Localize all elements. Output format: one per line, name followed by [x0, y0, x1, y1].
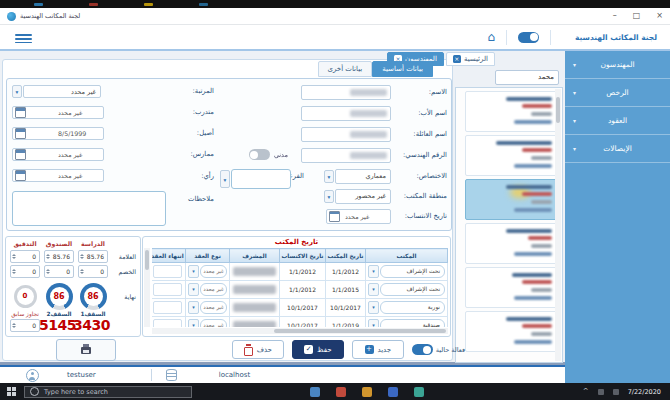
taskbar-app-icon[interactable]	[414, 387, 424, 397]
study-mark-stepper[interactable]: 85.76	[78, 250, 108, 263]
chevron-down-icon[interactable]: ▾	[368, 301, 379, 314]
save-button[interactable]: حفظ ✓	[292, 340, 344, 359]
scrollbar[interactable]	[555, 89, 561, 361]
contract-type-cell[interactable]: غير محدد	[200, 301, 227, 314]
taskbar-date[interactable]: 7/22/2020	[628, 388, 661, 396]
new-button[interactable]: جديد +	[352, 340, 404, 359]
office-cell[interactable]: تحت الإشراف	[380, 265, 445, 278]
chevron-down-icon[interactable]: ▾	[368, 283, 379, 296]
chevron-down-icon[interactable]: ▾	[220, 170, 230, 188]
opinion-select[interactable]: ▾	[220, 169, 291, 189]
specialty-select[interactable]: معماري ▾	[324, 169, 391, 184]
previous-overrun-stepper[interactable]: 0	[10, 319, 40, 332]
close-button[interactable]: ×	[656, 12, 663, 20]
engineering-number-field[interactable]	[301, 148, 391, 163]
contract-end-cell[interactable]	[153, 319, 182, 327]
calendar-icon[interactable]	[15, 107, 26, 118]
principal-date-picker[interactable]: 8/5/1999	[12, 127, 104, 140]
search-input[interactable]: محمد	[495, 70, 559, 85]
fund-mark-stepper[interactable]: 85.76	[44, 250, 74, 263]
sidebar-item-receipts[interactable]: ▾ الإيصالات	[565, 135, 670, 163]
calendar-icon[interactable]	[15, 149, 26, 160]
study-discount-stepper[interactable]: 0	[78, 265, 108, 278]
office-cell[interactable]: تحت الإشراف	[380, 283, 445, 296]
tray-icon[interactable]	[598, 389, 604, 395]
taskbar-app-icon[interactable]	[336, 387, 346, 397]
taskbar-app-icon[interactable]	[310, 387, 320, 397]
header-toggle[interactable]	[518, 32, 539, 43]
minimize-button[interactable]: –	[613, 12, 617, 20]
calendar-icon[interactable]	[329, 211, 340, 222]
sidebar-item-engineers[interactable]: ▾ المهندسون	[565, 51, 670, 79]
contract-type-cell[interactable]: غير محدد	[200, 283, 227, 296]
chevron-down-icon[interactable]: ▾	[324, 190, 334, 203]
menu-icon[interactable]	[15, 32, 32, 46]
list-item[interactable]	[465, 311, 559, 352]
list-item[interactable]	[465, 135, 559, 176]
chevron-down-icon[interactable]: ▾	[188, 319, 199, 327]
delete-button[interactable]: حذف	[232, 340, 284, 359]
rank-select[interactable]: غير محدد ▾	[12, 85, 101, 98]
audit-discount-stepper[interactable]: 0	[10, 265, 40, 278]
maximize-button[interactable]: □	[633, 12, 641, 20]
office-date-cell: 10/1/2017	[326, 299, 366, 317]
contract-end-cell[interactable]	[153, 265, 182, 278]
contract-end-cell[interactable]	[153, 301, 182, 314]
family-name-field[interactable]	[301, 127, 391, 142]
fund-discount-stepper[interactable]: 0	[44, 265, 74, 278]
civil-toggle[interactable]	[249, 149, 270, 160]
chevron-down-icon[interactable]: ▾	[368, 265, 379, 278]
active-toggle[interactable]	[412, 344, 433, 355]
calendar-icon[interactable]	[15, 170, 26, 181]
taskbar-app-icon[interactable]	[362, 387, 372, 397]
home-icon[interactable]: ⌂	[487, 31, 495, 43]
opinion-field[interactable]	[231, 169, 291, 189]
calendar-icon[interactable]	[15, 128, 26, 139]
list-item[interactable]	[465, 91, 559, 132]
start-button[interactable]	[7, 387, 16, 396]
list-item[interactable]	[465, 223, 559, 264]
audit-mark-stepper[interactable]: 0	[10, 250, 40, 263]
chevron-down-icon[interactable]: ▾	[12, 85, 22, 98]
trainee-label: متدرب:	[193, 108, 214, 116]
join-date-picker[interactable]: غير محدد	[326, 209, 391, 224]
notes-textarea[interactable]	[12, 191, 166, 226]
tab-other-data[interactable]: بيانات أخرى	[318, 61, 373, 77]
chevron-down-icon[interactable]: ▾	[188, 283, 199, 296]
sidebar-item-contracts[interactable]: ▾ العقود	[565, 107, 670, 135]
office-cell[interactable]: صندقية	[380, 319, 445, 327]
taskbar-search[interactable]: Type here to search	[24, 386, 192, 398]
scrollbar[interactable]	[144, 248, 150, 327]
trainee-date-picker[interactable]: غير محدد	[12, 106, 104, 119]
tray-expand-icon[interactable]: ^	[583, 388, 589, 395]
scrollbar-horizontal[interactable]	[152, 328, 448, 334]
results-list	[455, 87, 563, 363]
tab-basic-data[interactable]: بيانات أساسية	[372, 61, 433, 77]
office-cell[interactable]: نورية	[380, 301, 445, 314]
main-area: الرئيسية × المهندسون × محمد	[0, 51, 565, 365]
print-button[interactable]	[56, 339, 116, 361]
table-row[interactable]: صندقية▾ 1/1/2019 10/1/2017 غير محدد▾	[152, 317, 448, 328]
chevron-down-icon[interactable]: ▾	[188, 301, 199, 314]
father-name-field[interactable]	[301, 106, 391, 121]
chevron-down-icon[interactable]: ▾	[324, 170, 334, 183]
tab-home[interactable]: الرئيسية ×	[446, 52, 495, 66]
tray-icon[interactable]	[613, 389, 619, 395]
opinion-date-picker[interactable]: غير محدد	[12, 169, 104, 182]
taskbar-app-icon[interactable]	[388, 387, 398, 397]
list-item-selected[interactable]	[465, 179, 559, 220]
close-tab-icon[interactable]: ×	[453, 55, 461, 63]
contract-type-cell[interactable]: غير محدد	[200, 265, 227, 278]
sidebar-item-licenses[interactable]: ▾ الرخص	[565, 79, 670, 107]
office-region-select[interactable]: غير محصور ▾	[324, 189, 391, 204]
list-item[interactable]	[465, 267, 559, 308]
name-field[interactable]	[301, 85, 391, 100]
chevron-down-icon[interactable]: ▾	[368, 319, 379, 327]
chevron-down-icon[interactable]: ▾	[188, 265, 199, 278]
contract-type-cell[interactable]: غير محدد	[200, 319, 227, 327]
table-row[interactable]: تحت الإشراف▾ 1/1/2012 1/1/2012 غير محدد▾	[152, 263, 448, 281]
table-row[interactable]: نورية▾ 10/1/2017 10/1/2017 غير محدد▾	[152, 299, 448, 317]
practitioner-date-picker[interactable]: غير محدد	[12, 148, 104, 161]
contract-end-cell[interactable]	[153, 283, 182, 296]
table-row[interactable]: تحت الإشراف▾ 1/1/2015 1/1/2012 غير محدد▾	[152, 281, 448, 299]
